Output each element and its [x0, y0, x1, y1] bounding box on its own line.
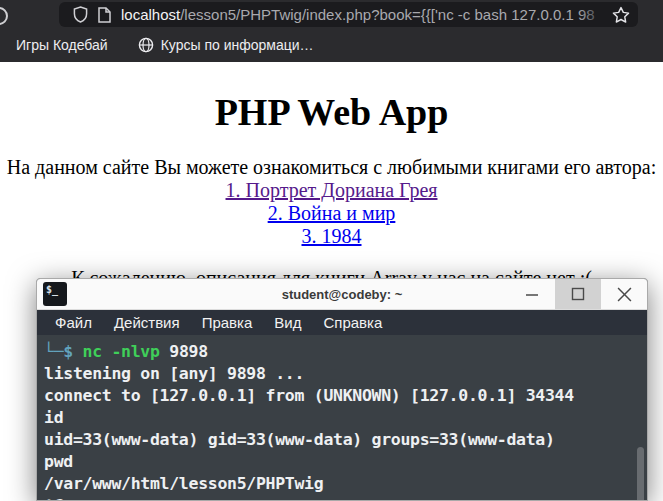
bookmarks-bar: Игры Кодебай Курсы по информаци… [0, 28, 663, 62]
close-icon [617, 287, 632, 302]
url-text[interactable]: localhost/lesson5/PHPTwig/index.php?book… [121, 2, 612, 27]
book-link-1984[interactable]: 3. 1984 [0, 225, 663, 248]
page-title: PHP Web App [0, 90, 663, 134]
terminal-screen[interactable]: └─$ nc -nlvp 9898 listening on [any] 989… [37, 335, 647, 501]
bookmark-item-courses[interactable]: Курсы по информаци… [130, 33, 322, 57]
bookmark-star-icon[interactable] [612, 6, 630, 24]
prompt-arg: 9898 [169, 342, 208, 361]
minimize-icon [525, 287, 539, 301]
menu-edit[interactable]: Правка [192, 312, 263, 333]
book-links: 1. Портрет Дориана Грея 2. Война и мир 3… [0, 179, 663, 248]
terminal-prompt-line: └─$ nc -nlvp 9898 [44, 341, 643, 363]
bookmark-item-games[interactable]: Игры Кодебай [8, 33, 116, 57]
bookmark-label: Курсы по информаци… [161, 37, 314, 53]
terminal-app-icon: $_ [43, 282, 67, 306]
book-link-dorian-gray[interactable]: 1. Портрет Дориана Грея [0, 179, 663, 202]
terminal-output-line: connect to [127.0.0.1] from (UNKNOWN) [1… [44, 385, 643, 407]
intro-text: На данном сайте Вы можете ознакомиться с… [0, 156, 663, 179]
reload-icon[interactable] [0, 7, 8, 25]
book-link-war-and-peace[interactable]: 2. Война и мир [0, 202, 663, 225]
menu-help[interactable]: Справка [313, 312, 392, 333]
prompt-symbol: └─$ [44, 342, 83, 361]
browser-toolbar: localhost/lesson5/PHPTwig/index.php?book… [0, 0, 663, 28]
shield-icon[interactable] [73, 6, 88, 23]
window-controls [509, 279, 647, 309]
minimize-button[interactable] [509, 279, 555, 309]
globe-icon [138, 37, 154, 53]
terminal-titlebar[interactable]: $_ student@codeby: ~ [37, 279, 647, 310]
page-info-icon[interactable] [98, 7, 111, 23]
url-path: /lesson5/PHPTwig/index.php?book={{['nc -… [180, 6, 594, 23]
terminal-output-line: id [44, 407, 643, 429]
terminal-window: $_ student@codeby: ~ Файл Действ [36, 278, 648, 501]
url-domain: localhost [121, 6, 180, 23]
terminal-output-line: pwd [44, 451, 643, 473]
terminal-menubar: Файл Действия Правка Вид Справка [37, 310, 647, 335]
maximize-icon [571, 287, 585, 301]
browser-chrome: localhost/lesson5/PHPTwig/index.php?book… [0, 0, 663, 62]
scrollbar-thumb[interactable] [637, 447, 644, 501]
menu-file[interactable]: Файл [45, 312, 102, 333]
terminal-output-line: uid=33(www-data) gid=33(www-data) groups… [44, 429, 643, 451]
terminal-output-line: ^C [44, 495, 643, 501]
url-fade [578, 2, 612, 27]
bookmark-label: Игры Кодебай [16, 37, 108, 53]
terminal-output-line: /var/www/html/lesson5/PHPTwig [44, 473, 643, 495]
url-bar[interactable]: localhost/lesson5/PHPTwig/index.php?book… [59, 2, 638, 27]
menu-view[interactable]: Вид [264, 312, 311, 333]
maximize-button[interactable] [555, 279, 601, 309]
terminal-output-line: listening on [any] 9898 ... [44, 363, 643, 385]
close-button[interactable] [601, 279, 647, 309]
prompt-command: nc -nlvp [83, 342, 170, 361]
menu-actions[interactable]: Действия [104, 312, 190, 333]
